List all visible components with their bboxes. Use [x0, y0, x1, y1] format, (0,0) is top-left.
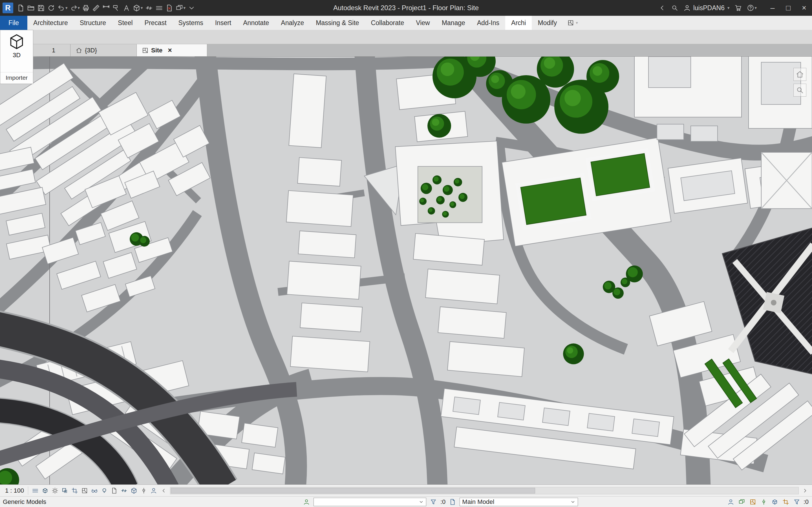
- section-icon[interactable]: [144, 3, 154, 13]
- worksets-icon[interactable]: [302, 498, 311, 506]
- zoom-control-icon[interactable]: [794, 83, 806, 97]
- switch-windows-icon[interactable]: ▾: [175, 3, 187, 13]
- undo-icon[interactable]: ▾: [57, 3, 68, 13]
- tab-insert[interactable]: Insert: [209, 16, 238, 30]
- tab-architecture[interactable]: Architecture: [28, 16, 74, 30]
- redo-icon[interactable]: ▾: [69, 3, 81, 13]
- measure-icon[interactable]: [91, 3, 101, 13]
- window-controls: – □ ×: [765, 0, 812, 16]
- tab-modify[interactable]: Modify: [532, 16, 563, 30]
- quick-access-toolbar: ▾ ▾: [16, 3, 197, 13]
- detail-level-icon[interactable]: [31, 486, 40, 495]
- filter-icon[interactable]: [793, 498, 801, 506]
- status-hint-text: Generic Models: [3, 498, 46, 506]
- titlebar-right: luisPDAN6 ▾ ▾ – □ ×: [659, 0, 812, 16]
- save-icon[interactable]: [36, 3, 46, 13]
- editable-only-icon[interactable]: [726, 498, 735, 506]
- scrollbar-thumb[interactable]: [171, 488, 535, 494]
- open-icon[interactable]: [26, 3, 36, 13]
- shadows-icon[interactable]: [60, 486, 69, 495]
- tab-annotate[interactable]: Annotate: [237, 16, 275, 30]
- print-icon[interactable]: [81, 3, 91, 13]
- reveal-constraints-icon[interactable]: [139, 486, 148, 495]
- view-scale-button[interactable]: 1 : 100: [4, 487, 28, 495]
- file-tab[interactable]: File: [0, 16, 28, 30]
- close-button[interactable]: ×: [796, 0, 812, 16]
- show-analytical-model-icon[interactable]: [119, 486, 129, 495]
- temporary-hide-isolate-icon[interactable]: [90, 486, 99, 495]
- search-icon[interactable]: [671, 4, 678, 11]
- account-menu[interactable]: luisPDAN6 ▾: [683, 4, 730, 12]
- horizontal-scrollbar[interactable]: [170, 487, 799, 494]
- design-option-combo[interactable]: Main Model: [460, 498, 578, 506]
- sync-with-central-icon[interactable]: [47, 3, 56, 13]
- tab-systems[interactable]: Systems: [172, 16, 209, 30]
- tab-massing-site[interactable]: Massing & Site: [310, 16, 365, 30]
- status-right: :0: [726, 498, 809, 506]
- window-title: Autodesk Revit 2023 - Project1 - Floor P…: [333, 4, 479, 12]
- reveal-hidden-elements-icon[interactable]: [100, 486, 109, 495]
- help-icon[interactable]: ▾: [747, 4, 757, 11]
- default-3d-view-icon: [75, 47, 82, 54]
- collapse-search-icon[interactable]: [659, 4, 666, 11]
- text-icon[interactable]: [122, 3, 132, 13]
- tab-collaborate[interactable]: Collaborate: [365, 16, 410, 30]
- view-tab-3d[interactable]: {3D}: [70, 44, 137, 56]
- minimize-button[interactable]: –: [765, 0, 780, 16]
- user-name: luisPDAN6: [693, 4, 725, 12]
- tab-manage[interactable]: Manage: [436, 16, 471, 30]
- worksharing-display-icon[interactable]: [149, 486, 158, 495]
- chevron-down-icon: [570, 499, 575, 504]
- site-plan-map: [0, 57, 812, 485]
- drag-on-selection-icon[interactable]: [781, 498, 790, 506]
- thin-lines-icon[interactable]: [154, 3, 164, 13]
- customize-qat-icon[interactable]: [187, 3, 197, 13]
- select-pinned-icon[interactable]: [760, 498, 768, 506]
- scroll-left-icon[interactable]: [159, 487, 168, 495]
- tab-steel[interactable]: Steel: [112, 16, 139, 30]
- ribbon-collapsed-area: [0, 30, 812, 44]
- highlight-displacement-sets-icon[interactable]: [130, 486, 139, 495]
- crop-view-icon[interactable]: [70, 486, 79, 495]
- tag-by-category-icon[interactable]: [112, 3, 121, 13]
- active-workset-combo[interactable]: [313, 498, 426, 506]
- scroll-right-icon[interactable]: [800, 487, 810, 495]
- view-tab-bar: 1 {3D} Site ×: [0, 44, 812, 56]
- close-tab-icon[interactable]: ×: [168, 46, 172, 54]
- select-underlay-icon[interactable]: [749, 498, 757, 506]
- tab-precast[interactable]: Precast: [139, 16, 172, 30]
- status-bar: Generic Models :0 Main Model: [0, 496, 812, 507]
- view-tab-1[interactable]: 1: [28, 44, 70, 56]
- editable-filter-icon[interactable]: [429, 498, 438, 506]
- view-control-icons: [31, 486, 158, 495]
- tab-archi[interactable]: Archi: [505, 16, 532, 30]
- default-3d-view-icon[interactable]: ▾: [132, 3, 144, 13]
- show-crop-region-icon[interactable]: [80, 486, 89, 495]
- aligned-dimension-icon[interactable]: [101, 3, 111, 13]
- tab-add-ins[interactable]: Add-Ins: [471, 16, 505, 30]
- revit-logo[interactable]: R: [3, 3, 13, 13]
- app-store-cart-icon[interactable]: [734, 4, 742, 11]
- drawing-area[interactable]: [0, 56, 812, 485]
- close-inactive-views-icon[interactable]: [165, 3, 174, 13]
- ribbon-display-toggle[interactable]: ▾: [563, 16, 582, 30]
- temporary-view-properties-icon[interactable]: [110, 486, 119, 495]
- sun-path-icon[interactable]: [50, 486, 59, 495]
- design-options-icon[interactable]: [448, 498, 457, 506]
- navigation-bar: [794, 68, 806, 97]
- status-center: :0 Main Model: [302, 498, 578, 506]
- cube-3d-icon: [8, 33, 26, 50]
- select-by-face-icon[interactable]: [770, 498, 779, 506]
- tab-view[interactable]: View: [410, 16, 436, 30]
- visual-style-icon[interactable]: [41, 486, 50, 495]
- maximize-button[interactable]: □: [780, 0, 796, 16]
- new-document-icon[interactable]: [16, 3, 26, 13]
- select-links-icon[interactable]: [738, 498, 746, 506]
- tab-structure[interactable]: Structure: [74, 16, 112, 30]
- selection-toggles: [726, 498, 790, 506]
- view-tab-site[interactable]: Site ×: [137, 44, 207, 56]
- navigation-wheel-icon[interactable]: [794, 68, 806, 81]
- importer-3d-button[interactable]: 3D: [8, 30, 26, 72]
- tab-analyze[interactable]: Analyze: [275, 16, 310, 30]
- user-icon: [683, 4, 691, 11]
